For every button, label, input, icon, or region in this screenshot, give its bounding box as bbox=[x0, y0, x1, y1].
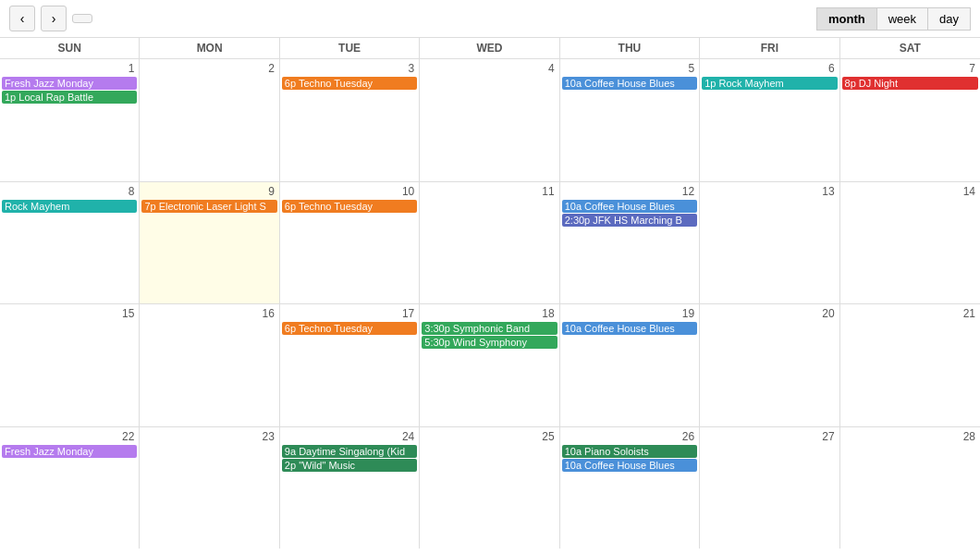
day-cell[interactable]: 28 bbox=[840, 427, 980, 549]
day-number: 24 bbox=[282, 429, 417, 444]
week-row: 1516176p Techno Tuesday183:30p Symphonic… bbox=[0, 304, 980, 427]
calendar-event[interactable]: 1p Local Rap Battle bbox=[2, 91, 137, 104]
day-cell[interactable]: 176p Techno Tuesday bbox=[280, 304, 420, 426]
calendar-grid: SUNMONTUEWEDTHUFRISAT 1Fresh Jazz Monday… bbox=[0, 38, 980, 549]
calendar-event[interactable]: 10a Coffee House Blues bbox=[562, 200, 697, 213]
calendar-event[interactable]: Rock Mayhem bbox=[2, 200, 137, 213]
day-number: 6 bbox=[702, 61, 837, 76]
day-header-thu: THU bbox=[560, 38, 700, 58]
day-header-mon: MON bbox=[140, 38, 279, 58]
day-number: 18 bbox=[422, 306, 557, 321]
day-number: 14 bbox=[842, 184, 978, 199]
calendar-event[interactable]: 6p Techno Tuesday bbox=[282, 322, 417, 335]
nav-controls: ‹ › bbox=[9, 6, 92, 31]
day-cell[interactable]: 2610a Piano Soloists10a Coffee House Blu… bbox=[560, 427, 700, 549]
calendar-event[interactable]: 5:30p Wind Symphony bbox=[422, 336, 557, 349]
day-number: 25 bbox=[422, 429, 557, 444]
day-cell[interactable]: 106p Techno Tuesday bbox=[280, 182, 420, 304]
calendar-event[interactable]: 10a Piano Soloists bbox=[562, 445, 697, 458]
day-cell[interactable]: 20 bbox=[700, 304, 839, 426]
view-switcher: month week day bbox=[817, 7, 971, 31]
calendar-event[interactable]: 8p DJ Night bbox=[842, 77, 978, 90]
day-cell[interactable]: 23 bbox=[140, 427, 279, 549]
day-number: 17 bbox=[282, 306, 417, 321]
day-cell[interactable]: 14 bbox=[840, 182, 980, 304]
day-number: 7 bbox=[842, 61, 978, 76]
day-header-sun: SUN bbox=[0, 38, 140, 58]
weeks-container: 1Fresh Jazz Monday1p Local Rap Battle236… bbox=[0, 59, 980, 549]
day-cell[interactable]: 21 bbox=[840, 304, 980, 426]
day-number: 2 bbox=[141, 61, 276, 76]
day-number: 20 bbox=[702, 306, 837, 321]
day-cell[interactable]: 1910a Coffee House Blues bbox=[560, 304, 700, 426]
week-row: 1Fresh Jazz Monday1p Local Rap Battle236… bbox=[0, 59, 980, 182]
calendar-event[interactable]: Fresh Jazz Monday bbox=[2, 445, 137, 458]
calendar-event[interactable]: 1p Rock Mayhem bbox=[702, 77, 837, 90]
day-header-tue: TUE bbox=[280, 38, 420, 58]
day-number: 9 bbox=[141, 184, 276, 199]
calendar-event[interactable]: 9a Daytime Singalong (Kid bbox=[282, 445, 417, 458]
day-cell[interactable]: 61p Rock Mayhem bbox=[700, 59, 839, 181]
day-header-wed: WED bbox=[420, 38, 559, 58]
day-cell[interactable]: 4 bbox=[420, 59, 559, 181]
day-cell[interactable]: 510a Coffee House Blues bbox=[560, 59, 700, 181]
day-cell[interactable]: 2 bbox=[140, 59, 279, 181]
day-cell[interactable]: 249a Daytime Singalong (Kid2p "Wild" Mus… bbox=[280, 427, 420, 549]
day-header-sat: SAT bbox=[840, 38, 980, 58]
prev-button[interactable]: ‹ bbox=[9, 6, 35, 31]
day-number: 11 bbox=[422, 184, 557, 199]
day-number: 8 bbox=[2, 184, 137, 199]
day-cell[interactable]: 78p DJ Night bbox=[840, 59, 980, 181]
calendar-event[interactable]: 10a Coffee House Blues bbox=[562, 459, 697, 472]
day-cell[interactable]: 183:30p Symphonic Band5:30p Wind Symphon… bbox=[420, 304, 559, 426]
day-headers-row: SUNMONTUEWEDTHUFRISAT bbox=[0, 38, 980, 59]
calendar-event[interactable]: Fresh Jazz Monday bbox=[2, 77, 137, 90]
calendar-event[interactable]: 7p Electronic Laser Light S bbox=[141, 200, 276, 213]
calendar-event[interactable]: 10a Coffee House Blues bbox=[562, 322, 697, 335]
day-cell[interactable]: 36p Techno Tuesday bbox=[280, 59, 420, 181]
month-view-button[interactable]: month bbox=[816, 7, 877, 31]
day-number: 22 bbox=[2, 429, 137, 444]
next-button[interactable]: › bbox=[41, 6, 67, 31]
day-cell[interactable]: 16 bbox=[140, 304, 279, 426]
week-view-button[interactable]: week bbox=[876, 7, 928, 31]
calendar-event[interactable]: 2:30p JFK HS Marching B bbox=[562, 214, 697, 227]
day-number: 13 bbox=[702, 184, 837, 199]
day-number: 5 bbox=[562, 61, 697, 76]
day-number: 15 bbox=[2, 306, 137, 321]
day-cell[interactable]: 1210a Coffee House Blues2:30p JFK HS Mar… bbox=[560, 182, 700, 304]
day-header-fri: FRI bbox=[700, 38, 839, 58]
calendar-event[interactable]: 6p Techno Tuesday bbox=[282, 77, 417, 90]
calendar-event[interactable]: 3:30p Symphonic Band bbox=[422, 322, 557, 335]
day-number: 21 bbox=[842, 306, 978, 321]
day-cell[interactable]: 97p Electronic Laser Light S bbox=[140, 182, 279, 304]
day-cell[interactable]: 22Fresh Jazz Monday bbox=[0, 427, 140, 549]
week-row: 22Fresh Jazz Monday23249a Daytime Singal… bbox=[0, 427, 980, 549]
day-cell[interactable]: 11 bbox=[420, 182, 559, 304]
day-number: 16 bbox=[141, 306, 276, 321]
calendar-event[interactable]: 6p Techno Tuesday bbox=[282, 200, 417, 213]
day-cell[interactable]: 8Rock Mayhem bbox=[0, 182, 140, 304]
day-number: 19 bbox=[562, 306, 697, 321]
day-number: 26 bbox=[562, 429, 697, 444]
calendar-event[interactable]: 10a Coffee House Blues bbox=[562, 77, 697, 90]
day-number: 23 bbox=[141, 429, 276, 444]
day-cell[interactable]: 25 bbox=[420, 427, 559, 549]
today-button[interactable] bbox=[72, 14, 92, 23]
day-number: 28 bbox=[842, 429, 978, 444]
day-cell[interactable]: 1Fresh Jazz Monday1p Local Rap Battle bbox=[0, 59, 140, 181]
day-number: 4 bbox=[422, 61, 557, 76]
calendar-header: ‹ › month week day bbox=[0, 0, 980, 38]
calendar-event[interactable]: 2p "Wild" Music bbox=[282, 459, 417, 472]
week-row: 8Rock Mayhem97p Electronic Laser Light S… bbox=[0, 182, 980, 305]
day-number: 12 bbox=[562, 184, 697, 199]
day-cell[interactable]: 15 bbox=[0, 304, 140, 426]
day-number: 3 bbox=[282, 61, 417, 76]
day-number: 10 bbox=[282, 184, 417, 199]
day-view-button[interactable]: day bbox=[927, 7, 971, 31]
day-number: 27 bbox=[702, 429, 837, 444]
day-cell[interactable]: 27 bbox=[700, 427, 839, 549]
day-cell[interactable]: 13 bbox=[700, 182, 839, 304]
day-number: 1 bbox=[2, 61, 137, 76]
